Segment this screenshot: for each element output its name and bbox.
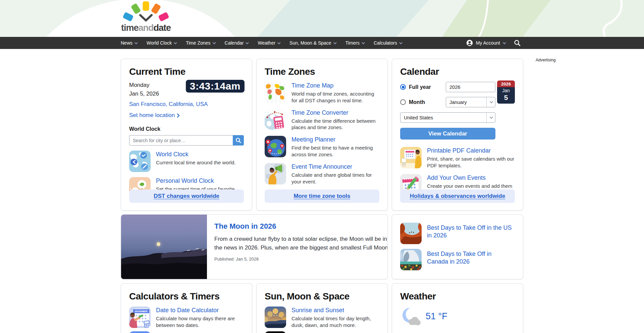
printable-pdf-calendar-icon[interactable] [400,147,422,168]
chevron-down-icon [213,41,216,44]
city-search-input[interactable] [129,135,233,146]
sunrise-sunset-link[interactable]: Sunrise and Sunset [291,307,344,314]
list-item: Meeting Planner Find the best time to ha… [265,136,379,158]
list-item: World Clock Current local time around th… [129,151,244,172]
moon-article-title-link[interactable]: The Moon in 2026 [214,222,276,231]
full-year-radio[interactable]: Full year [400,84,446,90]
more-time-zone-tools-button[interactable]: More time zone tools [265,189,379,203]
user-icon [466,39,473,47]
site-logo[interactable]: timeanddate [118,1,174,33]
sun-moon-space-title: Sun, Moon & Space [265,291,379,302]
main-content: Current Time Monday Jan 5, 2026 3:43:14a… [121,59,523,333]
nav-item-world-clock[interactable]: World Clock [147,40,176,46]
current-time-card: Current Time Monday Jan 5, 2026 3:43:14a… [121,59,252,211]
meeting-planner-icon[interactable] [265,136,286,157]
holidays-observances-button[interactable]: Holidays & observances worldwide [400,189,515,203]
moon-article-image[interactable] [121,215,207,279]
canada-mountain-thumbnail[interactable] [400,249,422,270]
nav-item-timers[interactable]: Timers [345,40,364,46]
moon-cloud-icon [400,307,421,326]
sun-moon-space-card: Sun, Moon & Space [256,283,388,333]
radio-unselected-icon[interactable] [400,99,406,105]
world-clock-link[interactable]: World Clock [156,151,189,158]
list-item: Time Zone Map World map of time zones, a… [265,82,379,104]
partial-next-item-icon[interactable] [265,331,286,333]
time-zone-map-link[interactable]: Time Zone Map [291,82,333,89]
search-button[interactable] [514,40,521,46]
chevron-down-icon [174,41,177,44]
country-select[interactable]: United States [400,112,495,123]
us-arch-thumbnail[interactable] [400,223,422,244]
date-to-date-calculator-link[interactable]: Date to Date Calculator [156,307,219,314]
set-home-location-link[interactable]: Set home location [129,112,180,119]
nav-item-time-zones[interactable]: Time Zones [186,40,215,46]
moon-article-summary: From a crewed lunar flyby to a total sol… [214,235,388,252]
month-radio[interactable]: Month [400,99,446,105]
moon-article-card: The Moon in 2026 From a crewed lunar fly… [121,214,388,279]
list-item: NOVEMBER Date to Date Calculator Cal [129,307,244,329]
svg-text:NOVEMBER: NOVEMBER [135,310,148,313]
chevron-down-icon [333,41,337,44]
home-location-link[interactable]: San Francisco, California, USA [129,101,208,108]
calendar-title: Calendar [400,66,515,77]
calendar-card: Calendar Full year Month January [392,59,523,211]
printable-pdf-calendar-desc: Print, share, or save calendars with our… [427,156,515,169]
nav-item-calendar[interactable]: Calendar [225,40,248,46]
best-days-card: Best Days to Take Off in the US in 2026 [392,214,523,279]
current-temperature: 51 °F [426,311,447,322]
list-item: Printable PDF Calendar Print, share, or … [400,147,515,169]
list-item: Best Days to Take Off in the US in 2026 [400,223,515,244]
year-input[interactable] [446,82,495,92]
sunrise-sunset-icon[interactable] [265,307,286,328]
nav-item-weather[interactable]: Weather [258,40,280,46]
search-icon [514,40,521,46]
event-time-announcer-link[interactable]: Event Time Announcer [291,163,352,170]
nav-item-sun-moon-space[interactable]: Sun, Moon & Space [289,40,336,46]
date-widget-month: Jan [497,88,515,93]
digital-clock[interactable]: 3:43:14am [186,80,245,93]
local-weather-link[interactable]: 51 °F [400,307,515,326]
calculators-timers-title: Calculators & Timers [129,291,244,302]
chevron-down-icon [490,115,493,119]
partial-next-item-icon[interactable] [129,331,151,333]
chevron-down-icon [135,41,138,44]
weather-card: Weather 51 °F [392,283,523,333]
radio-selected-icon[interactable] [400,84,406,90]
advertising-label: Advertising [536,58,555,62]
city-search-submit-button[interactable] [233,135,244,146]
world-clock-desc: Current local time around the world. [156,159,236,166]
best-days-canada-link[interactable]: Best Days to Take Off in Canada in 2026 [427,250,514,266]
time-zone-converter-icon[interactable] [265,109,286,130]
best-days-us-link[interactable]: Best Days to Take Off in the US in 2026 [427,224,514,240]
time-zone-map-icon[interactable] [265,82,286,103]
current-time-title: Current Time [129,66,244,77]
time-zone-converter-desc: Calculate the time difference between pl… [291,118,379,131]
chevron-right-icon [177,113,180,118]
select-arrow [486,97,495,107]
logo-fan-icon [121,1,171,23]
add-your-own-events-link[interactable]: Add Your Own Events [427,174,486,181]
nav-item-calculators[interactable]: Calculators [374,40,401,46]
my-account-menu[interactable]: My Account [466,39,505,47]
time-zone-map-desc: World map of time zones, accounting for … [291,91,379,104]
list-item: Time Zone Converter Calculate the time d… [265,109,379,131]
time-zones-title: Time Zones [265,66,379,77]
view-calendar-button[interactable]: View Calendar [400,128,495,140]
dst-changes-button[interactable]: DST changes worldwide [129,189,244,203]
logo-wordmark: timeanddate [118,23,174,33]
meeting-planner-link[interactable]: Meeting Planner [291,136,335,143]
event-time-announcer-desc: Calculate and share global times for you… [291,172,379,185]
time-zone-converter-link[interactable]: Time Zone Converter [291,109,348,116]
event-time-announcer-icon[interactable] [265,163,286,184]
chevron-down-icon [503,41,506,44]
personal-world-clock-link[interactable]: Personal World Clock [156,177,214,184]
calculators-timers-card: Calculators & Timers NOVEMBER [121,283,252,333]
date-widget-year: 2026 [497,80,515,87]
moon-article-published: Published: Jan 5, 2026 [214,257,388,262]
month-select[interactable]: January [446,97,495,107]
nav-item-news[interactable]: News [121,40,137,46]
world-clock-icon[interactable] [129,151,151,172]
printable-pdf-calendar-link[interactable]: Printable PDF Calendar [427,147,491,154]
date-to-date-calculator-icon[interactable]: NOVEMBER [129,307,151,328]
today-date-widget[interactable]: 2026 Jan 5 [497,80,515,104]
